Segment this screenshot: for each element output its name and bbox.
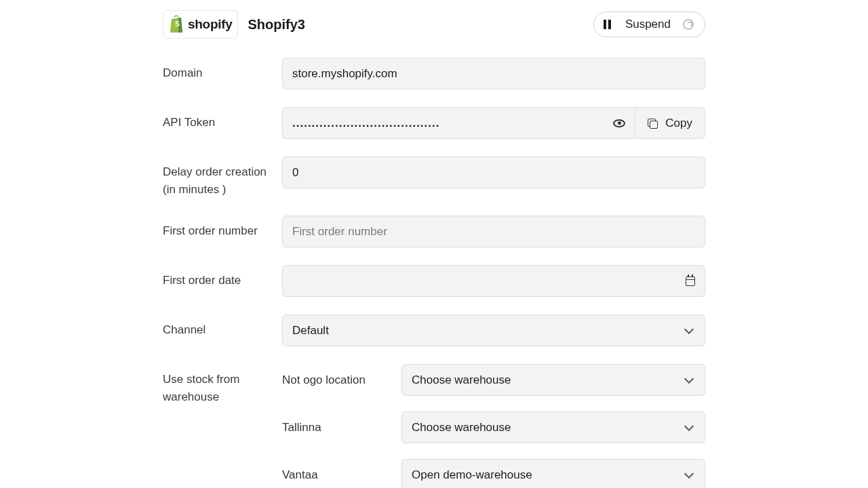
warehouse-value: Choose warehouse (412, 373, 511, 387)
chevron-down-icon (684, 421, 694, 430)
domain-label: Domain (163, 58, 282, 82)
api-token-label: API Token (163, 107, 282, 131)
warehouse-value: Choose warehouse (412, 421, 511, 434)
api-token-value: ...................................... (292, 117, 439, 130)
svg-text:S: S (175, 20, 180, 28)
copy-label: Copy (665, 117, 692, 130)
warehouse-row-label: Vantaa (282, 459, 401, 483)
first-order-number-placeholder: First order number (292, 225, 387, 239)
warehouse-row-label: Not ogo location (282, 364, 401, 388)
chevron-down-icon (684, 373, 694, 383)
warehouse-row-label: Tallinna (282, 411, 401, 436)
copy-icon (648, 119, 657, 128)
warehouse-select-tallinna[interactable]: Choose warehouse (401, 411, 705, 443)
chevron-down-icon (684, 468, 694, 478)
warehouse-value: Open demo-warehouse (412, 468, 532, 482)
channel-value: Default (292, 324, 329, 338)
shopify-logo-text: shopify (188, 17, 232, 32)
calendar-icon (686, 277, 695, 286)
clock-icon (683, 19, 694, 30)
copy-button[interactable]: Copy (635, 107, 705, 139)
api-token-input[interactable]: ...................................... (282, 107, 635, 139)
page-title: Shopify3 (248, 17, 304, 33)
delay-label: Delay order creation (in minutes ) (163, 157, 282, 198)
shopify-bag-icon: S (169, 15, 185, 34)
delay-input[interactable]: 0 (282, 157, 705, 188)
delay-value: 0 (292, 166, 298, 180)
chevron-down-icon (684, 324, 694, 333)
channel-label: Channel (163, 314, 282, 339)
shopify-logo: S shopify (163, 10, 238, 39)
suspend-label: Suspend (625, 18, 671, 31)
first-order-number-label: First order number (163, 216, 282, 240)
warehouse-select-not-ogo[interactable]: Choose warehouse (401, 364, 705, 396)
first-order-number-input[interactable]: First order number (282, 216, 705, 247)
suspend-button[interactable]: Suspend (593, 12, 705, 37)
eye-icon[interactable] (613, 119, 625, 127)
warehouse-select-vantaa[interactable]: Open demo-warehouse (401, 459, 705, 488)
channel-select[interactable]: Default (282, 314, 705, 346)
domain-input[interactable]: store.myshopify.com (282, 58, 705, 89)
pause-icon (604, 20, 613, 29)
first-order-date-input[interactable] (282, 265, 705, 297)
domain-value: store.myshopify.com (292, 67, 397, 81)
first-order-date-label: First order date (163, 265, 282, 289)
use-stock-label: Use stock from warehouse (163, 364, 282, 405)
